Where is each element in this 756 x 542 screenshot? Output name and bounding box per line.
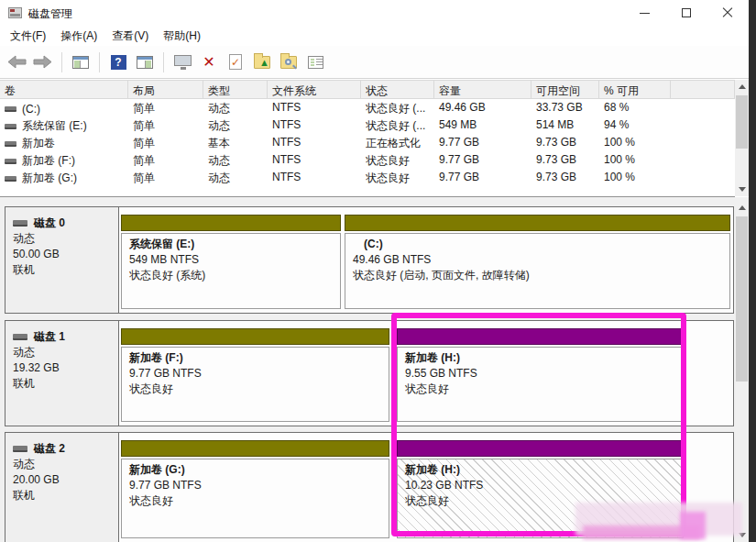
column-header-capacity[interactable]: 容量: [434, 81, 531, 99]
maximize-button[interactable]: [665, 0, 707, 26]
minimize-icon: [640, 13, 650, 14]
disk-status: 联机: [13, 262, 111, 278]
folder-search-button[interactable]: [278, 51, 300, 73]
volume-icon: [5, 159, 16, 164]
partition-g[interactable]: 新加卷 (G:) 9.77 GB NTFS 状态良好: [121, 440, 389, 538]
scroll-up-button[interactable]: [735, 201, 749, 215]
volume-status: 状态良好 (...: [361, 116, 434, 134]
column-header-status[interactable]: 状态: [361, 81, 434, 99]
volume-row-f[interactable]: 新加卷 (F:) 简单 动态 NTFS 状态良好 9.77 GB 9.73 GB…: [0, 151, 735, 169]
window-title: 磁盘管理: [28, 6, 72, 22]
toolbar-separator: [61, 52, 62, 72]
minimize-button[interactable]: [623, 0, 665, 26]
volume-list-scrollbar[interactable]: [735, 80, 749, 196]
check-disk-button[interactable]: ✓: [225, 51, 247, 73]
close-button[interactable]: [707, 0, 749, 26]
console-tree-icon: [72, 56, 89, 69]
menu-help[interactable]: 帮助(H): [156, 26, 208, 47]
disk-icon: [13, 334, 27, 340]
toolbar: ? ✕ ✓ ▲: [0, 46, 749, 79]
volume-table-header: 卷 布局 类型 文件系统 状态 容量 可用空间 % 可用: [0, 80, 735, 99]
disk-type: 动态: [13, 345, 111, 360]
partition-detail: 49.46 GB NTFS: [353, 252, 722, 268]
volume-icon: [5, 176, 16, 182]
volume-name: 新加卷: [22, 136, 55, 151]
volume-list-pane: 卷 布局 类型 文件系统 状态 容量 可用空间 % 可用 (C:) 简单 动态 …: [0, 80, 735, 196]
back-icon: [6, 55, 27, 69]
scroll-down-icon: [739, 187, 746, 192]
column-header-volume[interactable]: 卷: [0, 81, 128, 99]
partition-title: (C:): [353, 237, 722, 252]
partition-title: 新加卷 (F:): [129, 350, 381, 366]
menu-file[interactable]: 文件(F): [3, 26, 53, 47]
help-icon: ?: [111, 55, 126, 70]
partition-f[interactable]: 新加卷 (F:) 9.77 GB NTFS 状态良好: [121, 328, 389, 422]
help-button[interactable]: ?: [107, 51, 129, 73]
disk-type: 动态: [13, 457, 111, 472]
disk-management-window: 磁盘管理 文件(F) 操作(A) 查看(V) 帮助(H) ? ✕ ✓ ▲ 卷: [0, 0, 749, 542]
partition-detail: 10.23 GB NTFS: [405, 478, 675, 493]
partition-h-disk1[interactable]: 新加卷 (H:) 9.55 GB NTFS 状态良好: [397, 328, 684, 422]
disk-0-label[interactable]: 磁盘 0 动态 50.00 GB 联机: [5, 207, 119, 313]
disk-size: 19.32 GB: [13, 360, 111, 376]
title-bar: 磁盘管理: [0, 0, 749, 26]
forward-button[interactable]: [32, 51, 54, 73]
volume-icon: [5, 141, 16, 147]
monitor-icon: [174, 55, 192, 66]
partition-status: 状态良好 (系统): [129, 268, 333, 283]
disk-row-1: 磁盘 1 动态 19.32 GB 联机 新加卷 (F:) 9.77 GB NTF…: [5, 320, 734, 426]
partition-color-bar: [397, 440, 684, 457]
disk-size: 50.00 GB: [13, 247, 111, 262]
partition-detail: 9.55 GB NTFS: [405, 366, 675, 382]
scroll-up-button[interactable]: [735, 80, 749, 94]
column-header-type[interactable]: 类型: [203, 81, 268, 99]
disk-1-label[interactable]: 磁盘 1 动态 19.32 GB 联机: [5, 321, 119, 426]
folder-up-icon: ▲: [254, 56, 270, 69]
volume-name: 新加卷 (F:): [22, 153, 75, 169]
volume-row-g[interactable]: 新加卷 (G:) 简单 动态 NTFS 状态良好 9.77 GB 9.73 GB…: [0, 169, 735, 186]
delete-icon: ✕: [203, 55, 214, 70]
details-view-icon: [308, 56, 323, 69]
menu-bar: 文件(F) 操作(A) 查看(V) 帮助(H): [0, 26, 749, 46]
volume-row-c[interactable]: (C:) 简单 动态 NTFS 状态良好 (... 49.46 GB 33.73…: [0, 99, 735, 116]
column-header-pct-free[interactable]: % 可用: [599, 81, 671, 99]
partition-color-bar: [121, 215, 341, 231]
menu-view[interactable]: 查看(V): [104, 26, 156, 47]
volume-status: 状态良好: [361, 151, 434, 169]
disk-pane-scrollbar[interactable]: [735, 197, 749, 542]
volume-icon: [5, 124, 16, 129]
volume-row-system-reserved[interactable]: 系统保留 (E:) 简单 动态 NTFS 状态良好 (... 549 MB 51…: [0, 116, 735, 134]
close-icon: [722, 7, 733, 18]
partition-title: 新加卷 (G:): [129, 462, 381, 478]
scroll-down-button[interactable]: [735, 183, 749, 196]
back-button[interactable]: [5, 51, 27, 73]
volume-status: 状态良好 (...: [361, 99, 434, 116]
partition-color-bar: [345, 215, 730, 231]
folder-up-button[interactable]: ▲: [251, 51, 273, 73]
display-options-button[interactable]: [171, 51, 193, 73]
partition-color-bar: [121, 440, 389, 457]
partition-c[interactable]: (C:) 49.46 GB NTFS 状态良好 (启动, 页面文件, 故障转储): [345, 215, 730, 309]
action-pane-icon: [137, 56, 153, 69]
column-header-layout[interactable]: 布局: [128, 81, 203, 99]
menu-action[interactable]: 操作(A): [53, 26, 104, 47]
forward-icon: [33, 55, 53, 69]
console-tree-button[interactable]: [70, 51, 92, 73]
volume-row-new-volume[interactable]: 新加卷 简单 基本 NTFS 正在格式化 9.77 GB 9.73 GB 100…: [0, 134, 735, 151]
scrollbar-thumb[interactable]: [736, 216, 748, 382]
volume-status: 状态良好: [361, 169, 434, 186]
scroll-up-icon: [739, 84, 746, 89]
volume-name: 系统保留 (E:): [22, 118, 87, 134]
column-header-free-space[interactable]: 可用空间: [531, 81, 599, 99]
partition-color-bar: [121, 328, 389, 345]
delete-volume-button[interactable]: ✕: [198, 51, 220, 73]
column-header-filesystem[interactable]: 文件系统: [268, 81, 361, 99]
partition-system-reserved-e[interactable]: 系统保留 (E:) 549 MB NTFS 状态良好 (系统): [121, 215, 341, 309]
partition-detail: 9.77 GB NTFS: [129, 478, 381, 493]
disk-icon: [13, 220, 27, 227]
details-view-button[interactable]: [304, 51, 326, 73]
disk-2-label[interactable]: 磁盘 2 动态 20.00 GB 联机: [5, 433, 119, 542]
toolbar-separator: [163, 52, 164, 72]
action-pane-button[interactable]: [134, 51, 156, 73]
scrollbar-thumb[interactable]: [736, 95, 748, 149]
